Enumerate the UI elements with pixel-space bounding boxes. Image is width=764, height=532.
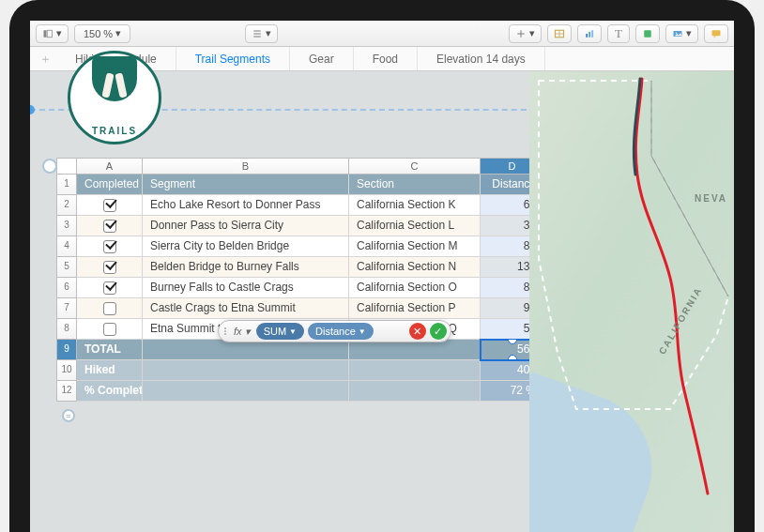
text-button[interactable]: T: [607, 24, 630, 43]
function-pill[interactable]: SUM▼: [256, 323, 304, 340]
row-number[interactable]: 1: [56, 175, 77, 195]
svg-rect-11: [588, 31, 590, 37]
fx-menu[interactable]: fx ▾: [232, 326, 252, 338]
formula-editor[interactable]: fx ▾ SUM▼ Distance▼ ✕ ✓: [218, 320, 451, 342]
th-segment[interactable]: Segment: [143, 175, 349, 195]
row-number[interactable]: 9: [56, 340, 77, 360]
sheet-tab-1[interactable]: Trail Segments: [176, 47, 290, 70]
footer-row: 12% Completed72 %: [56, 381, 546, 402]
trail-route-line: [529, 71, 734, 503]
insert-button[interactable]: ▾: [509, 24, 542, 43]
col-header-c[interactable]: C: [349, 158, 481, 175]
cell-completed[interactable]: [77, 257, 143, 278]
sheet-tab-4[interactable]: Elevation 14 days: [418, 47, 545, 70]
svg-rect-1: [47, 30, 52, 38]
footer-row: 10Hiked406: [56, 360, 546, 381]
header-row: 1 Completed Segment Section Distance: [56, 175, 546, 195]
row-number[interactable]: 8: [56, 319, 77, 340]
checkbox-icon[interactable]: [103, 323, 116, 336]
checkbox-icon[interactable]: [103, 220, 116, 233]
footer-spacer[interactable]: [349, 360, 481, 381]
cell-segment[interactable]: Burney Falls to Castle Crags: [143, 278, 349, 298]
col-header-a[interactable]: A: [77, 158, 143, 175]
table-row: 2Echo Lake Resort to Donner PassCaliforn…: [56, 195, 546, 216]
cell-segment[interactable]: Sierra City to Belden Bridge: [143, 236, 349, 257]
media-button[interactable]: ▾: [665, 24, 698, 43]
cell-segment[interactable]: Echo Lake Resort to Donner Pass: [143, 195, 349, 216]
footer-spacer[interactable]: [143, 360, 349, 381]
svg-rect-0: [44, 30, 47, 38]
cell-segment[interactable]: Donner Pass to Sierra City: [143, 216, 349, 236]
cell-completed[interactable]: [77, 195, 143, 216]
trails-logo: TRAILS: [68, 51, 161, 144]
list-style-button[interactable]: ▾: [245, 24, 278, 43]
add-sheet-button[interactable]: ＋: [34, 47, 56, 70]
row-number[interactable]: 6: [56, 278, 77, 298]
cell-section[interactable]: California Section K: [349, 195, 481, 216]
th-section[interactable]: Section: [349, 175, 481, 195]
shape-button[interactable]: [635, 24, 660, 43]
svg-rect-12: [591, 30, 593, 38]
argument-pill[interactable]: Distance▼: [308, 323, 374, 340]
sheet-tab-2[interactable]: Gear: [290, 47, 354, 70]
checkbox-icon[interactable]: [103, 199, 116, 212]
sheet-tab-3[interactable]: Food: [354, 47, 418, 70]
footer-row: 9TOTAL561: [56, 340, 546, 360]
comment-button[interactable]: [704, 24, 728, 43]
add-row-handle[interactable]: =: [62, 409, 75, 422]
label-nevada: NEVA: [695, 193, 727, 204]
cell-completed[interactable]: [77, 236, 143, 257]
row-number[interactable]: 7: [56, 298, 77, 319]
footer-label[interactable]: Hiked: [77, 360, 143, 381]
cancel-formula-button[interactable]: ✕: [409, 323, 426, 340]
th-completed[interactable]: Completed: [77, 175, 143, 195]
row-number[interactable]: 3: [56, 216, 77, 236]
cell-completed[interactable]: [77, 278, 143, 298]
cell-segment[interactable]: Belden Bridge to Burney Falls: [143, 257, 349, 278]
checkbox-icon[interactable]: [103, 240, 116, 253]
accept-formula-button[interactable]: ✓: [430, 323, 447, 340]
column-header-row: A B C D: [56, 158, 546, 175]
row-number[interactable]: 5: [56, 257, 77, 278]
cell-section[interactable]: California Section N: [349, 257, 481, 278]
footer-spacer[interactable]: [143, 381, 349, 402]
row-number[interactable]: 2: [56, 195, 77, 216]
drag-grip-icon[interactable]: [222, 327, 228, 335]
california-map-image: CALIFORNIA NEVA: [529, 71, 734, 532]
toolbar: ▾ 150 % ▾ ▾ ▾ T ▾: [30, 21, 734, 47]
footer-label[interactable]: TOTAL: [77, 340, 143, 360]
checkbox-icon[interactable]: [103, 281, 116, 295]
svg-rect-13: [644, 30, 651, 38]
footer-spacer[interactable]: [349, 381, 481, 402]
table-button[interactable]: [547, 24, 572, 43]
table-row: 4Sierra City to Belden BridgeCalifornia …: [56, 236, 546, 257]
chart-button[interactable]: [577, 24, 602, 43]
zoom-select[interactable]: 150 % ▾: [74, 24, 130, 43]
view-menu-button[interactable]: ▾: [36, 24, 69, 43]
footer-spacer[interactable]: [349, 340, 481, 360]
cell-completed[interactable]: [77, 319, 143, 340]
cell-section[interactable]: California Section L: [349, 216, 481, 236]
checkbox-icon[interactable]: [103, 302, 116, 315]
select-all-corner[interactable]: [56, 158, 77, 175]
cell-segment[interactable]: Castle Crags to Etna Summit: [143, 298, 349, 319]
row-number[interactable]: 10: [56, 360, 77, 381]
checkbox-icon[interactable]: [103, 261, 116, 274]
cell-section[interactable]: California Section P: [349, 298, 481, 319]
cell-completed[interactable]: [77, 298, 143, 319]
zoom-value: 150 %: [84, 28, 113, 39]
table-row: 3Donner Pass to Sierra CityCalifornia Se…: [56, 216, 546, 236]
footer-spacer[interactable]: [143, 340, 349, 360]
cell-completed[interactable]: [77, 216, 143, 236]
svg-point-15: [676, 32, 678, 34]
spreadsheet-table[interactable]: A B C D 1 Completed Segment Section Dist…: [56, 158, 546, 402]
table-row: 7Castle Crags to Etna SummitCalifornia S…: [56, 298, 546, 319]
row-number[interactable]: 4: [56, 236, 77, 257]
footer-label[interactable]: % Completed: [77, 381, 143, 402]
cell-section[interactable]: California Section M: [349, 236, 481, 257]
col-header-b[interactable]: B: [143, 158, 349, 175]
svg-rect-16: [712, 30, 721, 36]
cell-section[interactable]: California Section O: [349, 278, 481, 298]
row-number[interactable]: 12: [56, 381, 77, 402]
svg-rect-10: [586, 34, 588, 38]
